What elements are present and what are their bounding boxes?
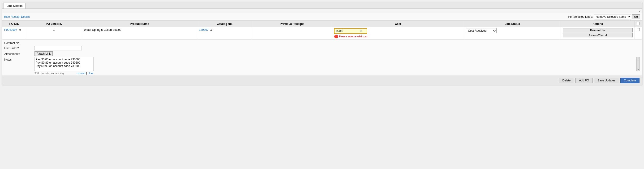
- error-icon: 🔴: [334, 35, 338, 38]
- notes-outer: Pay $5.00 on account code 730000 Pay $0.…: [34, 57, 640, 71]
- col-po-line-no: PO Line No.: [26, 21, 82, 27]
- selected-lines-dropdown[interactable]: Remove Selected Items Receive Selected C…: [594, 14, 631, 20]
- table-row: P0049997 🖨 1 Water Spring 5 Gallon Bottl…: [2, 27, 642, 40]
- notes-label: Notes: [4, 57, 32, 61]
- detail-cell: Contract No. Flex Field 2 Attachments At…: [2, 40, 642, 76]
- remove-line-button[interactable]: Remove Line: [563, 28, 633, 33]
- main-container: Line Details ? Hide Receipt Details For …: [2, 2, 642, 85]
- go-button[interactable]: Go: [632, 15, 640, 19]
- tab-line-details[interactable]: Line Details: [4, 3, 26, 9]
- for-selected-lines-label: For Selected Lines:: [568, 15, 593, 19]
- notes-wrapper: Pay $5.00 on account code 730000 Pay $0.…: [34, 57, 640, 75]
- notes-scrollbar[interactable]: ▲ ▼: [636, 57, 640, 71]
- actions-cell: Remove Line Receive/Cancel: [561, 27, 635, 40]
- po-line-no-cell: 1: [26, 27, 82, 40]
- attach-wrapper: Attach/Link: [34, 51, 640, 56]
- cost-cell: ✕ 🔴 Please enter a valid cost: [332, 27, 464, 40]
- delete-button[interactable]: Delete: [559, 78, 574, 83]
- notes-textarea[interactable]: Pay $5.00 on account code 730000 Pay $0.…: [34, 57, 94, 71]
- error-text: Please enter a valid cost: [339, 35, 367, 38]
- detail-row: Contract No. Flex Field 2 Attachments At…: [2, 40, 642, 76]
- previous-receipts-cell: [252, 27, 332, 40]
- contract-no-label: Contract No.: [4, 41, 32, 45]
- add-po-button[interactable]: Add PO: [576, 78, 592, 83]
- receive-cancel-button[interactable]: Receive/Cancel: [563, 33, 633, 37]
- flex-field-input[interactable]: [34, 46, 82, 50]
- notes-actions: expand | clear: [77, 72, 94, 75]
- cost-error-message: 🔴 Please enter a valid cost: [334, 35, 462, 38]
- catalog-number-link[interactable]: 139307: [199, 28, 208, 32]
- save-updates-button[interactable]: Save Updates: [594, 78, 619, 83]
- bottom-bar: Delete Add PO Save Updates Complete: [2, 76, 642, 85]
- col-po-no: PO No.: [2, 21, 26, 27]
- actions-group: Remove Line Receive/Cancel: [563, 28, 633, 37]
- clear-link[interactable]: clear: [88, 72, 94, 75]
- po-number-link[interactable]: P0049997: [4, 28, 17, 32]
- cost-clear-button[interactable]: ✕: [360, 29, 363, 33]
- scroll-down-icon[interactable]: ▼: [637, 69, 639, 71]
- col-product-name: Product Name: [82, 21, 197, 27]
- cost-input-wrapper: ✕: [334, 28, 367, 34]
- help-bar: ?: [2, 9, 642, 13]
- expand-link[interactable]: expand: [77, 72, 85, 75]
- col-checkbox-header[interactable]: [635, 21, 642, 27]
- col-actions: Actions: [561, 21, 635, 27]
- notes-footer: 900 characters remaining expand | clear: [34, 72, 94, 75]
- col-line-status: Line Status: [464, 21, 561, 27]
- row-checkbox[interactable]: [637, 28, 640, 31]
- help-icon[interactable]: ?: [639, 9, 640, 13]
- tab-bar: Line Details: [2, 2, 642, 9]
- attach-link-button[interactable]: Attach/Link: [34, 51, 53, 56]
- cost-input[interactable]: [336, 29, 359, 33]
- scroll-up-icon[interactable]: ▲: [637, 58, 639, 60]
- select-all-checkbox[interactable]: [637, 22, 640, 25]
- catalog-print-icon[interactable]: 🖨: [210, 28, 212, 31]
- catalog-no-cell: 139307 🖨: [197, 27, 252, 40]
- product-name-cell: Water Spring 5 Gallon Bottles: [82, 27, 197, 40]
- detail-grid: Contract No. Flex Field 2 Attachments At…: [4, 41, 640, 75]
- po-no-cell: P0049997 🖨: [2, 27, 26, 40]
- col-cost: Cost: [332, 21, 464, 27]
- row-checkbox-cell: [635, 27, 642, 40]
- notes-chars-remaining: 900 characters remaining: [34, 72, 64, 75]
- for-selected-lines: For Selected Lines: Remove Selected Item…: [568, 14, 640, 20]
- line-status-dropdown[interactable]: Cost Received Received Cancelled Return: [466, 28, 496, 33]
- col-previous-receipts: Previous Receipts: [252, 21, 332, 27]
- complete-button[interactable]: Complete: [620, 78, 640, 83]
- hide-receipt-link[interactable]: Hide Receipt Details: [4, 15, 30, 19]
- line-status-cell: Cost Received Received Cancelled Return: [464, 27, 561, 40]
- toolbar: Hide Receipt Details For Selected Lines:…: [2, 13, 642, 21]
- attachments-label: Attachments: [4, 51, 32, 56]
- col-catalog-no: Catalog No.: [197, 21, 252, 27]
- notes-separator: |: [86, 72, 87, 75]
- flex-field-label: Flex Field 2: [4, 46, 32, 50]
- print-icon[interactable]: 🖨: [19, 28, 21, 31]
- main-table: PO No. PO Line No. Product Name Catalog …: [2, 21, 642, 76]
